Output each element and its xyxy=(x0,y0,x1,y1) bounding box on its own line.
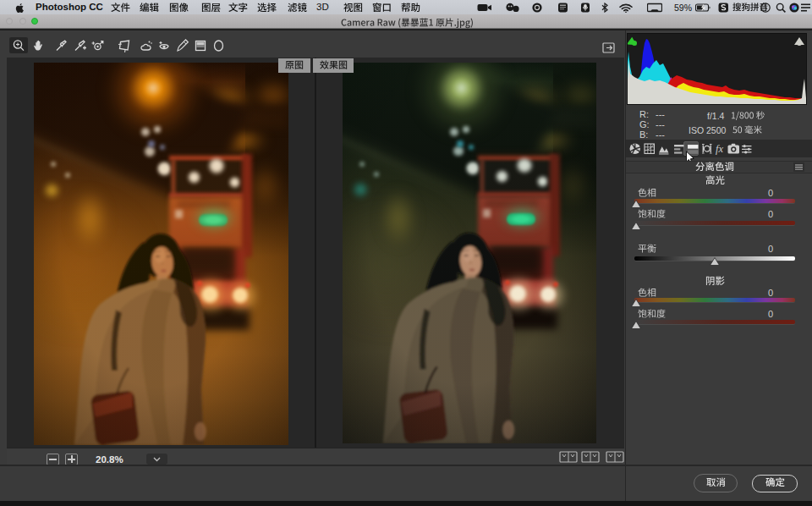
svg-text:fx: fx xyxy=(716,143,723,155)
